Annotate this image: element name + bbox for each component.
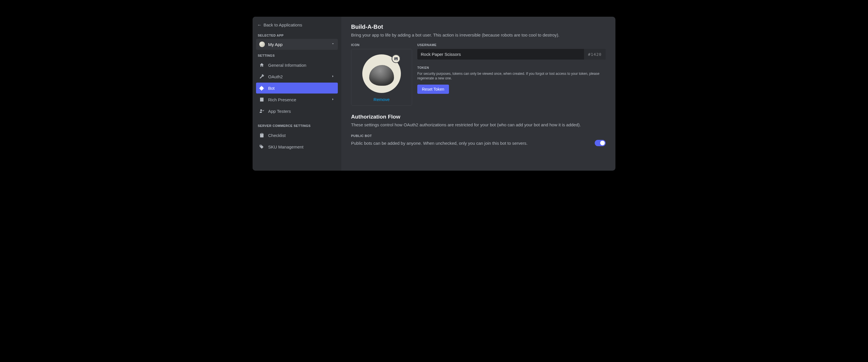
chevron-down-icon [331, 42, 335, 47]
rock-image [369, 65, 394, 86]
token-note: For security purposes, tokens can only b… [417, 72, 606, 80]
sidebar-item-oauth2[interactable]: OAuth2 [256, 71, 338, 82]
upload-image-icon [392, 55, 400, 63]
app-name: My App [268, 42, 331, 47]
public-bot-setting-row: Public bots can be added by anyone. When… [351, 140, 606, 146]
page-title: Build-A-Bot [351, 24, 606, 30]
bot-avatar [362, 55, 401, 93]
username-column: USERNAME #1420 TOKEN For security purpos… [417, 43, 606, 106]
token-field-label: TOKEN [417, 66, 606, 69]
sidebar-item-label: General Information [268, 63, 335, 68]
sidebar-item-label: Checklist [268, 133, 335, 138]
sidebar-item-label: App Testers [268, 109, 335, 114]
authorization-flow-title: Authorization Flow [351, 114, 606, 120]
remove-icon-link[interactable]: Remove [374, 97, 390, 102]
arrow-left-icon: ← [257, 23, 262, 27]
sidebar-item-label: OAuth2 [268, 74, 328, 79]
main-content: Build-A-Bot Bring your app to life by ad… [341, 17, 615, 171]
puzzle-icon [259, 86, 265, 91]
home-icon [259, 62, 265, 68]
sidebar: ← Back to Applications SELECTED APP My A… [253, 17, 341, 171]
tags-icon [259, 144, 265, 150]
icon-column: ICON Remove [351, 43, 412, 106]
chevron-right-icon [331, 97, 335, 102]
document-icon [259, 97, 265, 102]
sidebar-item-label: SKU Management [268, 144, 335, 150]
app-window: ← Back to Applications SELECTED APP My A… [253, 17, 615, 171]
discriminator-badge: #1420 [584, 49, 606, 60]
sidebar-item-label: Bot [268, 86, 335, 91]
wrench-icon [259, 74, 265, 79]
back-to-applications-link[interactable]: ← Back to Applications [256, 21, 338, 30]
page-subtitle: Bring your app to life by adding a bot u… [351, 32, 606, 38]
sidebar-item-rich-presence[interactable]: Rich Presence [256, 94, 338, 105]
bot-icon-uploader[interactable]: Remove [351, 49, 412, 106]
person-check-icon [259, 108, 265, 114]
sidebar-item-checklist[interactable]: Checklist [256, 130, 338, 141]
public-bot-toggle[interactable] [595, 140, 606, 146]
settings-heading: SETTINGS [256, 50, 338, 59]
sidebar-item-bot[interactable]: Bot [256, 83, 338, 94]
app-avatar-icon [259, 41, 265, 47]
back-label: Back to Applications [264, 23, 302, 27]
authorization-flow-subtitle: These settings control how OAuth2 author… [351, 122, 606, 128]
public-bot-label: PUBLIC BOT [351, 134, 606, 137]
app-selector-dropdown[interactable]: My App [256, 39, 338, 50]
sidebar-item-sku-management[interactable]: SKU Management [256, 141, 338, 152]
selected-app-heading: SELECTED APP [256, 30, 338, 39]
username-input-row: #1420 [417, 49, 606, 60]
clipboard-icon [259, 133, 265, 138]
sidebar-item-app-testers[interactable]: App Testers [256, 106, 338, 117]
icon-field-label: ICON [351, 43, 412, 46]
sidebar-item-general-information[interactable]: General Information [256, 60, 338, 70]
username-input[interactable] [417, 49, 584, 60]
username-field-label: USERNAME [417, 43, 606, 46]
reset-token-button[interactable]: Reset Token [417, 85, 449, 94]
chevron-right-icon [331, 74, 335, 79]
sidebar-item-label: Rich Presence [268, 97, 328, 102]
server-commerce-heading: SERVER COMMERCE SETTINGS [256, 120, 338, 129]
public-bot-description: Public bots can be added by anyone. When… [351, 140, 528, 146]
